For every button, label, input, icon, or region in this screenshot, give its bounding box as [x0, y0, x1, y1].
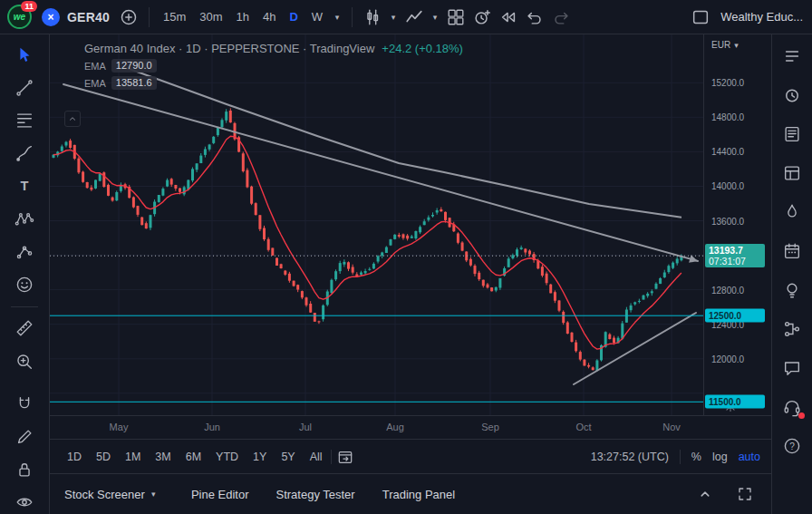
- support-notification-dot: [798, 412, 805, 419]
- ruler-measure-tool[interactable]: [13, 317, 36, 340]
- interval-1w[interactable]: W: [306, 6, 328, 27]
- chevron-down-icon: ▾: [151, 490, 164, 499]
- bar-replay-button[interactable]: [497, 5, 520, 30]
- trading-panel-tab[interactable]: Trading Panel: [382, 488, 455, 501]
- clock-utc[interactable]: 13:27:52 (UTC): [591, 451, 669, 463]
- fib-retracement-tool[interactable]: [13, 109, 36, 131]
- interval-dropdown-chevron-icon[interactable]: ▾: [331, 5, 343, 30]
- emoji-tool[interactable]: [13, 274, 36, 296]
- xabcd-pattern-tool[interactable]: [13, 208, 36, 230]
- interval-4h[interactable]: 4h: [257, 6, 281, 27]
- object-tree-button[interactable]: [781, 318, 803, 340]
- help-button[interactable]: ?: [781, 435, 803, 457]
- go-to-date-button[interactable]: [334, 444, 357, 470]
- range-5d[interactable]: 5D: [90, 448, 117, 466]
- alerts-button[interactable]: [781, 84, 803, 106]
- range-ytd[interactable]: YTD: [209, 448, 245, 466]
- trading-panel-label: Trading Panel: [382, 488, 455, 501]
- price-level-badge: 12500.0: [705, 309, 765, 323]
- indicator-value: 12790.0: [111, 59, 157, 73]
- price-axis-label: 14000.0: [711, 181, 744, 191]
- hide-all-drawings-eye-tool[interactable]: [13, 491, 36, 514]
- chart-region: German 40 Index · 1D · PEPPERSTONE · Tra…: [50, 34, 771, 514]
- chart-style-candles-button[interactable]: [361, 5, 384, 30]
- strategy-tester-tab[interactable]: Strategy Tester: [276, 488, 354, 501]
- time-axis-label: Nov: [662, 422, 681, 432]
- indicators-chevron-icon[interactable]: ▾: [429, 5, 441, 30]
- axis-options: 13:27:52 (UTC) % log auto: [591, 450, 760, 464]
- indicator-row-ema-slow[interactable]: EMA 13581.6: [84, 76, 463, 90]
- time-axis[interactable]: MayJunJulAugSepOctNov: [50, 415, 771, 439]
- ideas-button[interactable]: [781, 279, 803, 301]
- drawing-mode-pencil-tool[interactable]: [13, 425, 36, 448]
- legend-collapse-button[interactable]: [64, 111, 81, 127]
- top-toolbar: we 11 × GER40 15m 30m 1h 4h D W ▾ ▾ ▾: [0, 0, 812, 34]
- footer-panel-bar: Stock Screener ▾ Pine Editor Strategy Te…: [50, 473, 771, 514]
- chart-pane[interactable]: German 40 Index · 1D · PEPPERSTONE · Tra…: [50, 34, 771, 439]
- range-6m[interactable]: 6M: [179, 448, 208, 466]
- toolbar-separator: [352, 7, 353, 27]
- layout-name[interactable]: Wealthy Educ...: [720, 10, 803, 24]
- svg-text:?: ?: [789, 441, 795, 451]
- interval-1d-active[interactable]: D: [284, 6, 303, 27]
- indicators-button[interactable]: [402, 5, 426, 30]
- price-axis-label: 12800.0: [711, 285, 744, 295]
- interval-15m[interactable]: 15m: [158, 6, 191, 27]
- stock-screener-tab[interactable]: Stock Screener ▾: [64, 488, 164, 501]
- chart-change-value: +24.2 (+0.18%): [382, 42, 463, 55]
- chats-button[interactable]: [781, 357, 803, 379]
- redo-button[interactable]: [549, 5, 573, 30]
- calendar-button[interactable]: [781, 240, 803, 262]
- price-axis-label: 13600.0: [711, 216, 744, 226]
- auto-scale-button[interactable]: auto: [739, 451, 760, 463]
- chevron-down-icon: ▾: [734, 41, 747, 50]
- range-3m[interactable]: 3M: [149, 448, 177, 466]
- currency-selector[interactable]: EUR ▾: [711, 40, 747, 50]
- add-compare-symbol-button[interactable]: [117, 5, 140, 30]
- toolbar-separator: [11, 306, 38, 307]
- expand-panel-chevron-button[interactable]: [693, 481, 717, 507]
- price-axis[interactable]: EUR ▾ 15200.014800.014400.014000.013600.…: [703, 34, 771, 415]
- forecast-position-tool[interactable]: [13, 240, 36, 263]
- app-logo[interactable]: we 11: [7, 5, 32, 29]
- candlestick-chart[interactable]: [50, 34, 703, 415]
- drawing-toolbar: T: [0, 34, 50, 514]
- right-sidebar: ?: [771, 34, 812, 514]
- multichart-layout-button[interactable]: [444, 5, 468, 30]
- toolbar-separator: [149, 7, 150, 27]
- chart-legend-title[interactable]: German 40 Index · 1D · PEPPERSTONE · Tra…: [84, 42, 374, 55]
- hotlists-button[interactable]: [781, 201, 803, 223]
- range-1d[interactable]: 1D: [61, 448, 88, 466]
- percent-scale-button[interactable]: %: [691, 451, 701, 463]
- watchlist-button[interactable]: [781, 45, 803, 67]
- brush-tool[interactable]: [13, 142, 36, 165]
- cursor-tool[interactable]: [13, 44, 36, 66]
- support-button[interactable]: [781, 396, 803, 418]
- create-alert-button[interactable]: [470, 5, 494, 30]
- save-layout-button[interactable]: [689, 5, 712, 30]
- interval-30m[interactable]: 30m: [194, 6, 227, 27]
- time-axis-label: Jun: [204, 422, 220, 432]
- text-tool[interactable]: T: [13, 175, 36, 198]
- interval-1h[interactable]: 1h: [231, 6, 255, 27]
- time-axis-label: Jul: [299, 422, 312, 432]
- log-scale-button[interactable]: log: [712, 451, 728, 463]
- range-5y[interactable]: 5Y: [275, 448, 301, 466]
- pine-editor-label: Pine Editor: [191, 488, 249, 501]
- trend-line-tool[interactable]: [13, 76, 36, 99]
- zoom-tool[interactable]: [13, 350, 36, 373]
- indicator-row-ema-fast[interactable]: EMA 12790.0: [84, 59, 463, 73]
- news-button[interactable]: [781, 123, 803, 145]
- data-window-button[interactable]: [781, 162, 803, 184]
- range-1y[interactable]: 1Y: [246, 448, 273, 466]
- pine-editor-tab[interactable]: Pine Editor: [191, 488, 249, 501]
- range-1m[interactable]: 1M: [119, 448, 147, 466]
- range-all[interactable]: All: [304, 448, 329, 466]
- lock-all-drawings-tool[interactable]: [13, 459, 36, 481]
- symbol-name[interactable]: GER40: [67, 10, 110, 24]
- fullscreen-button[interactable]: [733, 481, 757, 507]
- price-axis-label: 14400.0: [711, 147, 744, 157]
- magnet-tool[interactable]: [13, 393, 36, 415]
- chart-style-chevron-icon[interactable]: ▾: [387, 5, 400, 30]
- undo-button[interactable]: [523, 5, 546, 30]
